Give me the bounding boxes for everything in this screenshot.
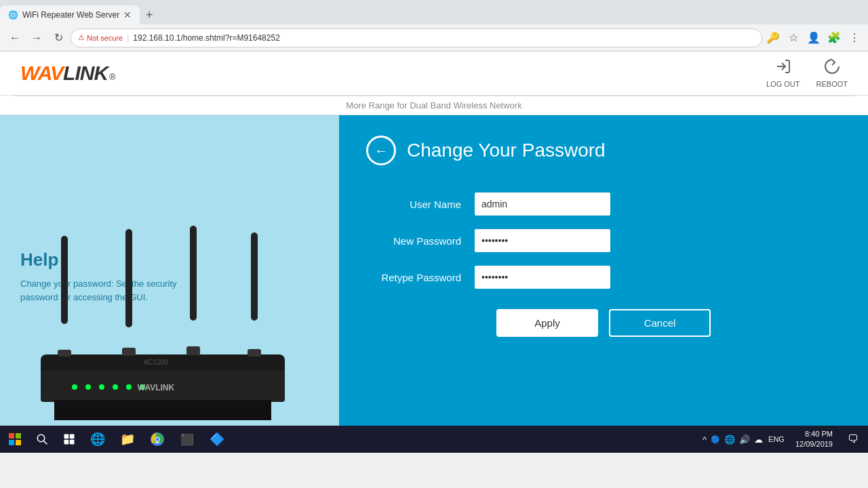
wavlink-logo: WAVLINK®: [20, 62, 116, 85]
speaker-icon: 🔊: [738, 433, 751, 446]
search-taskbar-button[interactable]: [30, 427, 54, 451]
svg-rect-29: [70, 440, 75, 445]
refresh-button[interactable]: ↻: [49, 28, 68, 47]
taskbar-right: ^ 🔵 🌐 🔊 ☁ ENG 8:40 PM 12/09/2019 🗨: [701, 427, 865, 451]
reboot-button[interactable]: REBOOT: [816, 58, 848, 88]
system-tray: ^ 🔵 🌐 🔊 ☁ ENG: [701, 433, 787, 446]
svg-rect-20: [9, 433, 14, 439]
new-password-label: New Password: [366, 235, 475, 247]
svg-rect-26: [64, 434, 69, 439]
logo-wav: WAV: [20, 62, 63, 85]
taskbar-left: 🌐 📁 ⬛ 🔷: [3, 427, 231, 451]
svg-point-11: [126, 384, 132, 390]
network-icon: 🌐: [723, 433, 736, 446]
taskbar-file-manager[interactable]: 📁: [114, 427, 141, 451]
back-button[interactable]: ←: [5, 28, 24, 47]
star-icon[interactable]: ☆: [785, 30, 802, 46]
nav-bar: ← → ↻ ⚠ Not secure | 192.168.10.1/home.s…: [0, 24, 868, 52]
clock-date: 12/09/2019: [795, 439, 833, 449]
new-tab-button[interactable]: +: [140, 5, 159, 24]
taskbar-clock[interactable]: 8:40 PM 12/09/2019: [790, 429, 838, 450]
nav-right-icons: 🔑 ☆ 👤 🧩 ⋮: [765, 30, 863, 46]
new-password-row: New Password: [366, 229, 841, 252]
taskbar-terminal[interactable]: ⬛: [174, 427, 201, 451]
taskbar-chrome[interactable]: [144, 427, 171, 451]
address-separator: |: [127, 33, 129, 43]
extension-icon[interactable]: 🧩: [826, 30, 842, 46]
retype-password-row: Retype Password: [366, 266, 841, 289]
address-bar[interactable]: ⚠ Not secure | 192.168.10.1/home.shtml?r…: [71, 28, 762, 47]
cancel-button[interactable]: Cancel: [609, 309, 711, 337]
svg-point-34: [156, 438, 159, 441]
back-button[interactable]: ←: [366, 136, 396, 165]
taskbar: 🌐 📁 ⬛ 🔷 ^: [0, 426, 868, 453]
svg-rect-16: [58, 350, 71, 357]
router-image: WAVLINK AC1200: [0, 222, 339, 426]
svg-rect-18: [186, 346, 200, 355]
svg-text:AC1200: AC1200: [144, 359, 169, 366]
back-arrow-icon: ←: [374, 143, 388, 159]
svg-point-10: [113, 384, 118, 390]
svg-rect-4: [251, 232, 258, 321]
new-password-input[interactable]: [475, 229, 610, 252]
svg-rect-21: [16, 433, 21, 439]
apply-button[interactable]: Apply: [496, 309, 598, 337]
header-actions: LOG OUT REBOOT: [766, 58, 848, 88]
header-subtitle: More Range for Dual Band Wireless Networ…: [0, 96, 868, 115]
active-tab[interactable]: 🌐 WiFi Repeater Web Server ✕: [0, 5, 140, 24]
svg-rect-17: [122, 348, 136, 356]
svg-point-8: [85, 384, 91, 390]
svg-line-25: [43, 441, 47, 444]
bluetooth-icon: 🔵: [709, 434, 722, 445]
reboot-icon: [824, 58, 840, 79]
form-area: User Name New Password Retype Password: [366, 192, 841, 289]
tab-favicon: 🌐: [8, 10, 18, 20]
svg-rect-28: [64, 440, 69, 445]
svg-rect-19: [248, 349, 261, 357]
start-button[interactable]: [3, 427, 27, 451]
key-icon[interactable]: 🔑: [765, 30, 781, 46]
taskbar-app-other[interactable]: 🔷: [203, 427, 231, 451]
notification-button[interactable]: 🗨: [841, 427, 865, 451]
svg-text:WAVLINK: WAVLINK: [138, 383, 175, 392]
wavlink-header: WAVLINK® LOG OUT: [0, 52, 868, 96]
security-warning: ⚠ Not secure: [78, 33, 123, 42]
menu-icon[interactable]: ⋮: [846, 30, 863, 46]
svg-rect-27: [70, 434, 75, 439]
main-area: Help Change your password: Set the secur…: [0, 115, 868, 426]
logout-icon: [775, 58, 791, 79]
svg-rect-2: [125, 229, 132, 327]
svg-point-24: [37, 434, 45, 442]
lang-indicator: ENG: [766, 435, 787, 443]
retype-password-label: Retype Password: [366, 272, 475, 283]
forward-button[interactable]: →: [27, 28, 46, 47]
cloud-icon: ☁: [753, 433, 764, 446]
tab-close-button[interactable]: ✕: [123, 9, 132, 20]
logout-button[interactable]: LOG OUT: [766, 58, 800, 88]
username-row: User Name: [366, 192, 841, 216]
tab-bar: 🌐 WiFi Repeater Web Server ✕ +: [0, 0, 868, 24]
taskbar-ie[interactable]: 🌐: [84, 427, 111, 451]
address-text: 192.168.10.1/home.shtml?r=M91648252: [133, 33, 280, 43]
chevron-up-icon[interactable]: ^: [701, 433, 708, 446]
logo-reg: ®: [109, 72, 116, 82]
svg-point-9: [99, 384, 104, 390]
page-content: WAVLINK® LOG OUT: [0, 52, 868, 426]
reboot-label: REBOOT: [816, 80, 848, 88]
panel-header: ← Change Your Password: [366, 136, 841, 165]
right-panel: ← Change Your Password User Name New Pas…: [339, 115, 868, 426]
svg-rect-23: [16, 440, 21, 445]
svg-rect-22: [9, 440, 14, 445]
task-view-button[interactable]: [57, 427, 81, 451]
svg-rect-1: [61, 236, 68, 324]
retype-password-input[interactable]: [475, 266, 610, 289]
svg-point-7: [72, 384, 77, 390]
form-buttons: Apply Cancel: [366, 309, 841, 337]
clock-time: 8:40 PM: [795, 429, 833, 439]
logo-link: LINK: [63, 62, 108, 85]
account-icon[interactable]: 👤: [806, 30, 822, 46]
username-input[interactable]: [475, 192, 610, 216]
svg-rect-3: [190, 226, 197, 321]
logout-label: LOG OUT: [766, 80, 800, 88]
browser-chrome: 🌐 WiFi Repeater Web Server ✕ + ← → ↻ ⚠ N…: [0, 0, 868, 52]
